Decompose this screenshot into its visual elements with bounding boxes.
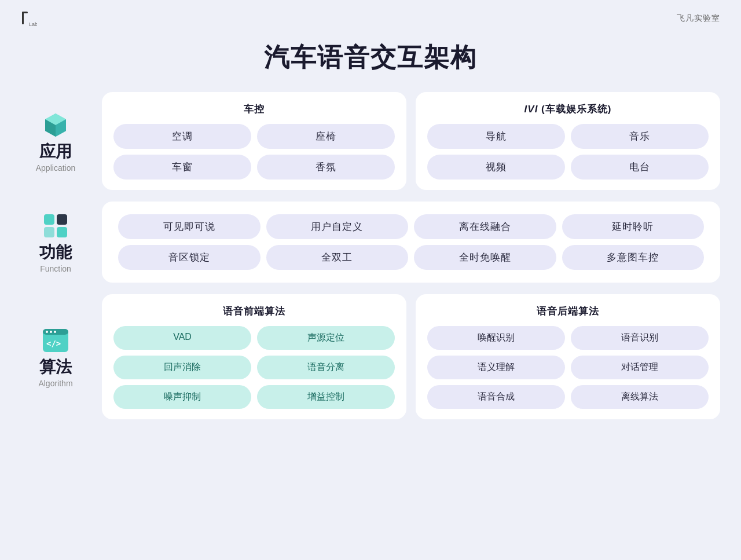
application-en: Application <box>36 163 76 173</box>
svg-rect-10 <box>57 227 67 237</box>
algorithm-row: </> 算法 Algorithm 语音前端算法 VAD 声源定位 回声消除 语音… <box>21 294 720 419</box>
svg-rect-9 <box>44 227 54 237</box>
frontend-algo-grid: VAD 声源定位 回声消除 语音分离 噪声抑制 增益控制 <box>113 326 395 409</box>
chip-yuyinfenli: 语音分离 <box>257 356 395 379</box>
page-title: 汽车语音交互架构 <box>0 41 741 75</box>
chip-zaosheng: 噪声抑制 <box>113 385 251 409</box>
svg-rect-8 <box>57 214 67 225</box>
backend-algo-card: 语音后端算法 唤醒识别 语音识别 语义理解 对话管理 语音合成 离线算法 <box>416 294 720 419</box>
chip-xiangfen: 香氛 <box>257 155 395 180</box>
function-icon <box>41 211 71 241</box>
frontend-algo-title: 语音前端算法 <box>113 305 395 318</box>
chip-zuoyi: 座椅 <box>257 124 395 149</box>
svg-point-15 <box>54 331 56 333</box>
svg-text:</>: </> <box>46 339 61 348</box>
chip-yinqu: 音区锁定 <box>118 245 261 270</box>
chip-shipin: 视频 <box>427 155 565 180</box>
chip-yanshi: 延时聆听 <box>562 214 705 239</box>
svg-text:Lab: Lab <box>29 21 37 27</box>
chip-yinyue: 音乐 <box>571 124 709 149</box>
car-control-card: 车控 空调 座椅 车窗 香氛 <box>102 92 406 190</box>
frontend-algo-card: 语音前端算法 VAD 声源定位 回声消除 语音分离 噪声抑制 增益控制 <box>102 294 406 419</box>
algorithm-en: Algorithm <box>38 379 72 388</box>
function-en: Function <box>40 264 71 273</box>
car-control-grid: 空调 座椅 车窗 香氛 <box>113 124 395 180</box>
chip-yuyinshibie: 语音识别 <box>571 326 709 350</box>
svg-rect-1 <box>22 12 24 24</box>
chip-quanshuang: 全双工 <box>266 245 409 270</box>
chip-lixianxian: 离在线融合 <box>414 214 556 239</box>
chip-kejian: 可见即可说 <box>118 214 261 239</box>
chip-lixiansf: 离线算法 <box>571 385 709 409</box>
chip-vad: VAD <box>113 326 251 350</box>
algorithm-zh: 算法 <box>39 359 72 375</box>
chip-quanshi: 全时免唤醒 <box>414 245 556 270</box>
logo: Lab <box>21 10 39 27</box>
chip-zengyikongzhi: 增益控制 <box>257 385 395 409</box>
svg-point-14 <box>50 331 52 333</box>
brand-text: 飞凡实验室 <box>677 13 720 24</box>
application-cards: 车控 空调 座椅 车窗 香氛 IVI (车载娱乐系统) 导航 音乐 视频 电台 <box>102 92 720 190</box>
chip-kongtiao: 空调 <box>113 124 251 149</box>
function-grid: 可见即可说 用户自定义 离在线融合 延时聆听 音区锁定 全双工 全时免唤醒 多意… <box>118 214 704 270</box>
application-zh: 应用 <box>39 144 72 160</box>
application-row: 应用 Application 车控 空调 座椅 车窗 香氛 IVI (车载娱乐系… <box>21 92 720 190</box>
function-row: 功能 Function 可见即可说 用户自定义 离在线融合 延时聆听 音区锁定 … <box>21 202 720 283</box>
chip-huanxing: 唤醒识别 <box>427 326 565 350</box>
chip-shengyuan: 声源定位 <box>257 326 395 350</box>
backend-algo-title: 语音后端算法 <box>427 305 709 318</box>
algorithm-label: </> 算法 Algorithm <box>21 325 90 388</box>
function-label: 功能 Function <box>21 211 90 273</box>
header: Lab 飞凡实验室 <box>0 0 741 27</box>
function-card: 可见即可说 用户自定义 离在线融合 延时聆听 音区锁定 全双工 全时免唤醒 多意… <box>102 202 720 283</box>
ivi-grid: 导航 音乐 视频 电台 <box>427 124 709 180</box>
chip-yuyinhecheng: 语音合成 <box>427 385 565 409</box>
chip-yuyilijie: 语义理解 <box>427 356 565 379</box>
ivi-title: IVI (车载娱乐系统) <box>427 103 709 116</box>
backend-algo-grid: 唤醒识别 语音识别 语义理解 对话管理 语音合成 离线算法 <box>427 326 709 409</box>
function-zh: 功能 <box>39 244 72 261</box>
algorithm-icon: </> <box>41 325 71 356</box>
application-icon <box>41 110 71 140</box>
svg-rect-7 <box>44 214 54 225</box>
chip-duihuaguanli: 对话管理 <box>571 356 709 379</box>
logo-icon: Lab <box>21 10 37 27</box>
chip-diantai: 电台 <box>571 155 709 180</box>
application-label: 应用 Application <box>21 110 90 173</box>
algorithm-cards: 语音前端算法 VAD 声源定位 回声消除 语音分离 噪声抑制 增益控制 语音后端… <box>102 294 720 419</box>
chip-duoyi: 多意图车控 <box>562 245 705 270</box>
chip-yonghu: 用户自定义 <box>266 214 409 239</box>
svg-point-13 <box>46 331 48 333</box>
ivi-card: IVI (车载娱乐系统) 导航 音乐 视频 电台 <box>416 92 720 190</box>
chip-huisheng: 回声消除 <box>113 356 251 379</box>
main-content: 应用 Application 车控 空调 座椅 车窗 香氛 IVI (车载娱乐系… <box>0 92 741 440</box>
car-control-title: 车控 <box>113 103 395 116</box>
chip-daohang: 导航 <box>427 124 565 149</box>
chip-chechuang: 车窗 <box>113 155 251 180</box>
